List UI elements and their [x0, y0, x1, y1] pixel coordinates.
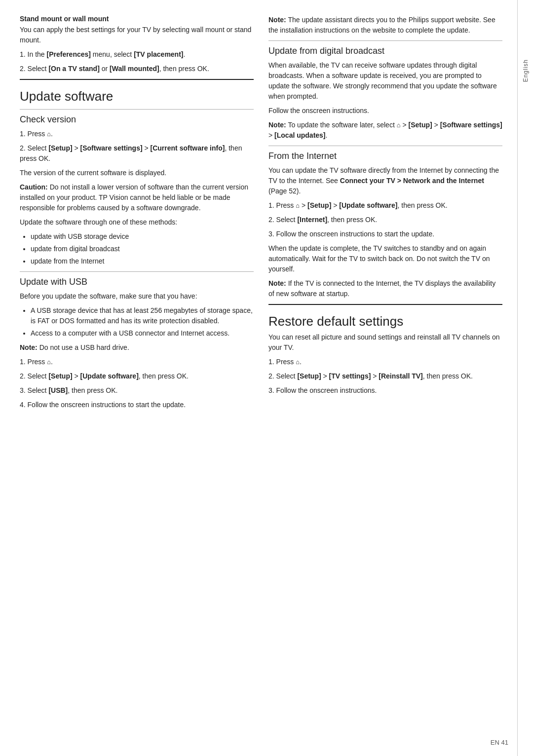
- divider-restore-defaults: [268, 304, 502, 305]
- divider-update-software: [20, 79, 254, 80]
- internet-step1: 1. Press ⌂ > [Setup] > [Update software]…: [268, 200, 502, 211]
- side-tab: English: [517, 0, 533, 756]
- stand-mount-step2: 2. Select [On a TV stand] or [Wall mount…: [20, 64, 254, 74]
- from-internet-section: From the Internet You can update the TV …: [268, 151, 502, 299]
- update-digital-title: Update from digital broadcast: [268, 46, 502, 56]
- update-software-title: Update software: [20, 89, 254, 104]
- divider-update-usb: [20, 271, 254, 272]
- restore-step3: 3. Follow the onscreen instructions.: [268, 385, 502, 396]
- update-usb-title: Update with USB: [20, 277, 254, 287]
- update-digital-note: Note: To update the software later, sele…: [268, 120, 502, 141]
- usb-step1: 1. Press ⌂.: [20, 357, 254, 367]
- usb-note-label: Note:: [20, 343, 38, 351]
- caution-label: Caution:: [20, 183, 48, 191]
- usb-note: Note: Do not use a USB hard drive.: [20, 342, 254, 353]
- internet-note-label: Note:: [268, 279, 286, 287]
- side-tab-label: English: [522, 59, 529, 82]
- usb-requirements-list: A USB storage device that has at least 2…: [31, 305, 254, 339]
- check-version-step1: 1. Press ⌂.: [20, 129, 254, 139]
- bullet-usb: update with USB storage device: [31, 231, 254, 242]
- left-column: Stand mount or wall mount You can apply …: [20, 15, 254, 741]
- usb-step4: 4. Follow the onscreen instructions to s…: [20, 400, 254, 410]
- top-note-label: Note:: [268, 16, 286, 24]
- from-internet-body1: You can update the TV software directly …: [268, 165, 502, 196]
- stand-mount-section: Stand mount or wall mount You can apply …: [20, 15, 254, 74]
- restore-defaults-body1: You can reset all picture and sound sett…: [268, 332, 502, 353]
- restore-defaults-section: Restore default settings You can reset a…: [268, 314, 502, 396]
- top-note: Note: The update assistant directs you t…: [268, 15, 502, 36]
- update-software-heading: Update software: [20, 89, 254, 104]
- update-digital-section: Update from digital broadcast When avail…: [268, 46, 502, 141]
- home-icon-5: ⌂: [296, 357, 300, 367]
- bullet-digital: update from digital broadcast: [31, 244, 254, 254]
- home-icon-1: ⌂: [47, 129, 51, 139]
- usb-bullet1: A USB storage device that has at least 2…: [31, 305, 254, 326]
- restore-step1: 1. Press ⌂.: [268, 357, 502, 367]
- internet-step3: 3. Follow the onscreen instructions to s…: [268, 229, 502, 239]
- connect-tv-bold: Connect your TV > Network and the Intern…: [340, 177, 484, 185]
- update-digital-body2: Follow the onscreen instructions.: [268, 106, 502, 116]
- check-version-body2: Update the software through one of these…: [20, 217, 254, 227]
- home-icon-2: ⌂: [47, 357, 51, 367]
- check-version-section: Check version 1. Press ⌂. 2. Select [Set…: [20, 114, 254, 266]
- internet-note-body: If the TV is connected to the Internet, …: [268, 279, 495, 298]
- internet-note: Note: If the TV is connected to the Inte…: [268, 278, 502, 299]
- check-version-body1: The version of the current software is d…: [20, 168, 254, 178]
- home-icon-3: ⌂: [397, 120, 401, 130]
- check-version-title: Check version: [20, 114, 254, 125]
- update-usb-section: Update with USB Before you update the so…: [20, 277, 254, 410]
- divider-digital-broadcast: [268, 40, 502, 41]
- usb-note-body: Do not use a USB hard drive.: [39, 343, 129, 351]
- top-note-body: The update assistant directs you to the …: [268, 16, 495, 34]
- stand-mount-title: Stand mount or wall mount: [20, 15, 254, 23]
- update-methods-list: update with USB storage device update fr…: [31, 231, 254, 266]
- restore-step2: 2. Select [Setup] > [TV settings] > [Rei…: [268, 371, 502, 381]
- bullet-internet: update from the Internet: [31, 256, 254, 266]
- usb-step3: 3. Select [USB], then press OK.: [20, 385, 254, 396]
- check-version-caution: Caution: Do not install a lower version …: [20, 182, 254, 213]
- divider-from-internet: [268, 146, 502, 146]
- update-usb-body1: Before you update the software, make sur…: [20, 291, 254, 302]
- restore-defaults-title: Restore default settings: [268, 314, 502, 329]
- digital-note-label: Note:: [268, 121, 286, 129]
- page-number: EN 41: [491, 739, 508, 746]
- divider-check-version: [20, 109, 254, 110]
- home-icon-4: ⌂: [296, 201, 300, 211]
- usb-step2: 2. Select [Setup] > [Update software], t…: [20, 371, 254, 381]
- stand-mount-step1: 1. In the [Preferences] menu, select [TV…: [20, 49, 254, 60]
- internet-body2: When the update is complete, the TV swit…: [268, 243, 502, 274]
- update-digital-body1: When available, the TV can receive softw…: [268, 60, 502, 102]
- stand-mount-body1: You can apply the best settings for your…: [20, 25, 254, 45]
- usb-bullet2: Access to a computer with a USB connecto…: [31, 328, 254, 339]
- internet-step2: 2. Select [Internet], then press OK.: [268, 215, 502, 225]
- check-version-step2: 2. Select [Setup] > [Software settings] …: [20, 143, 254, 164]
- caution-body: Do not install a lower version of softwa…: [20, 183, 248, 212]
- from-internet-title: From the Internet: [268, 151, 502, 161]
- right-column: Note: The update assistant directs you t…: [268, 15, 502, 741]
